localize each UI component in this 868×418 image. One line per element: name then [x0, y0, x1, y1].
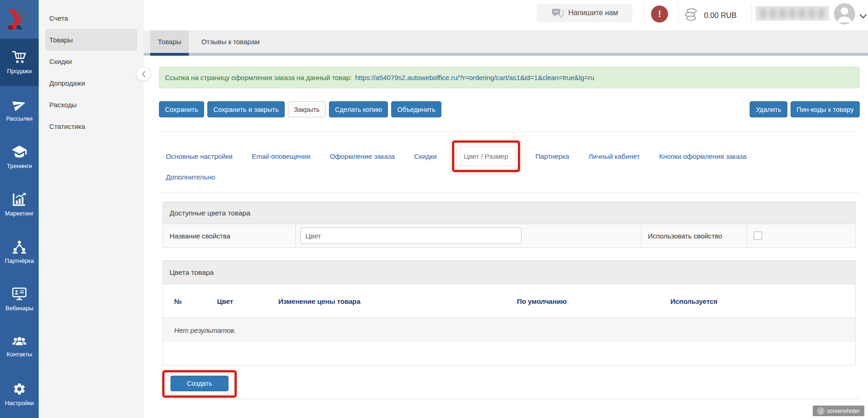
order-link-label: Ссылка на страницу оформления заказа на …: [165, 74, 352, 81]
available-colors-panel-title: Доступные цвета товара: [163, 202, 855, 224]
double-chevron-logo-icon: [7, 9, 31, 29]
watermark-text: screenshoter: [827, 408, 860, 414]
product-colors-panel: Цвета товара № Цвет Изменение цены товар…: [163, 260, 856, 366]
balance-amount[interactable]: 0.00 RUB: [704, 0, 737, 30]
sidebar-item-upsells[interactable]: Допродажи: [39, 72, 144, 94]
save-and-close-button[interactable]: Сохранить и закрыть: [207, 101, 285, 117]
use-property-label: Использовать свойство: [641, 224, 747, 247]
property-name-input[interactable]: [300, 227, 522, 244]
topbar: Напишите нам ! 0.00 RUB: [144, 0, 868, 30]
merge-button[interactable]: Объединить: [391, 101, 441, 117]
topbar-divider: [751, 5, 751, 23]
create-button[interactable]: Создать: [170, 376, 229, 391]
sidebar-item-discounts[interactable]: Скидки: [39, 51, 144, 72]
subtab-main-settings[interactable]: Основные настройки: [166, 152, 233, 160]
colors-table-header: № Цвет Изменение цены товара По умолчани…: [163, 284, 855, 318]
cart-icon: [12, 50, 27, 64]
contact-us-button[interactable]: Напишите нам: [537, 4, 633, 22]
rail-item-label: Настройки: [5, 400, 34, 406]
rail-item-label: Рассылки: [6, 115, 33, 122]
chevron-down-icon[interactable]: [859, 12, 867, 21]
use-property-checkbox[interactable]: [754, 232, 762, 240]
subtab-color-size-label: Цвет / Размер: [464, 152, 508, 160]
subtab-discounts[interactable]: Скидки: [414, 152, 437, 160]
sidebar-collapse-button[interactable]: [136, 66, 151, 81]
annotation-box-create: Создать: [162, 370, 237, 398]
divider: [159, 131, 860, 132]
subtab-personal-account[interactable]: Личный кабинет: [588, 152, 639, 160]
column-number[interactable]: №: [163, 297, 206, 305]
column-used[interactable]: Используется: [659, 297, 855, 305]
chevron-left-icon: [141, 71, 146, 77]
redacted-username: [756, 6, 829, 21]
subtab-checkout-buttons[interactable]: Кнопки оформления заказа: [659, 152, 746, 160]
coins-icon: [684, 8, 698, 23]
rail-item-mailings[interactable]: Рассылки: [0, 86, 39, 134]
sidebar-item-statistics[interactable]: Статистика: [39, 116, 144, 137]
pin-codes-button[interactable]: Пин-коды к товару: [791, 101, 860, 117]
main-content: Ссылка на страницу оформления заказа на …: [144, 56, 868, 418]
subtab-affiliate[interactable]: Партнерка: [535, 152, 569, 160]
product-subtabs-row2: Дополнительно: [166, 172, 215, 182]
contact-us-label: Напишите нам: [569, 9, 618, 17]
rail-item-label: Вебинары: [6, 305, 34, 312]
alert-badge[interactable]: !: [651, 6, 668, 23]
product-colors-panel-title: Цвета товара: [163, 261, 855, 284]
rail-item-contacts[interactable]: Контакты: [0, 323, 39, 371]
subtab-order-checkout[interactable]: Оформление заказа: [330, 152, 395, 160]
product-subtabs-row1: Основные настройки Email-оповещения Офор…: [166, 149, 746, 163]
rail-item-label: Тренинги: [7, 163, 32, 169]
column-color[interactable]: Цвет: [206, 297, 267, 305]
subtab-email-notifications[interactable]: Email-оповещения: [252, 152, 311, 160]
sidebar: Счета Товары Скидки Допродажи Расходы Ст…: [39, 0, 144, 418]
sidebar-item-products[interactable]: Товары: [45, 29, 137, 51]
rail-item-marketing[interactable]: Маркетинг: [0, 181, 39, 228]
order-link-notice: Ссылка на страницу оформления заказа на …: [159, 67, 860, 88]
rail-item-affiliate[interactable]: Партнёрка: [0, 228, 39, 276]
tab-products[interactable]: Товары: [150, 30, 189, 53]
column-price-change[interactable]: Изменение цены товара: [267, 297, 506, 305]
app-logo[interactable]: [0, 0, 39, 39]
delete-button[interactable]: Удалить: [750, 101, 787, 117]
rail-item-label: Продажи: [7, 68, 32, 75]
webinar-monitor-icon: [12, 287, 27, 301]
person-icon: [834, 3, 855, 24]
action-button-row: Сохранить Сохранить и закрыть Закрыть Сд…: [159, 101, 860, 117]
column-default[interactable]: По умолчанию: [506, 297, 659, 305]
property-name-label: Название свойства: [163, 224, 295, 247]
spacer: [445, 101, 746, 117]
people-icon: [12, 336, 27, 347]
paper-plane-icon: [12, 98, 26, 111]
rail-item-label: Контакты: [6, 351, 32, 358]
rail-item-webinars[interactable]: Вебинары: [0, 276, 39, 323]
avatar[interactable]: [834, 3, 855, 24]
rail-item-label: Маркетинг: [5, 210, 34, 217]
save-button[interactable]: Сохранить: [159, 101, 204, 117]
empty-results-row: Нет результатов.: [163, 318, 855, 342]
sidebar-item-expenses[interactable]: Расходы: [39, 94, 144, 116]
rail-item-label: Партнёрка: [5, 257, 34, 264]
tab-product-reviews[interactable]: Отзывы к товарам: [194, 30, 267, 53]
rail-item-sales[interactable]: Продажи: [0, 39, 39, 86]
make-copy-button[interactable]: Сделать копию: [329, 101, 388, 117]
graduation-cap-icon: [12, 145, 27, 159]
nav-rail: Продажи Рассылки Тренинги Маркетинг: [0, 0, 39, 418]
rail-item-settings[interactable]: Настройки: [0, 371, 39, 418]
divider: [159, 399, 860, 399]
subtab-additional[interactable]: Дополнительно: [166, 173, 215, 181]
sidebar-item-accounts[interactable]: Счета: [39, 7, 144, 29]
table-footer: [163, 342, 855, 365]
gear-icon: [12, 382, 26, 396]
chat-bubbles-icon: [551, 8, 564, 18]
subtab-color-size-active[interactable]: Цвет / Размер: [456, 146, 516, 166]
chart-growth-icon: [12, 192, 26, 206]
close-button[interactable]: Закрыть: [288, 101, 326, 117]
watermark: @ screenshoter: [813, 406, 864, 416]
rail-item-trainings[interactable]: Тренинги: [0, 134, 39, 181]
topbar-divider: [644, 5, 644, 23]
network-icon: [12, 240, 27, 254]
order-link-url[interactable]: https://a54079s2.autoweboffice.ru/?r=ord…: [355, 74, 594, 81]
property-form-row: Название свойства Использовать свойство: [163, 224, 855, 247]
divider: [159, 192, 860, 193]
active-tab-underline: [150, 53, 189, 56]
